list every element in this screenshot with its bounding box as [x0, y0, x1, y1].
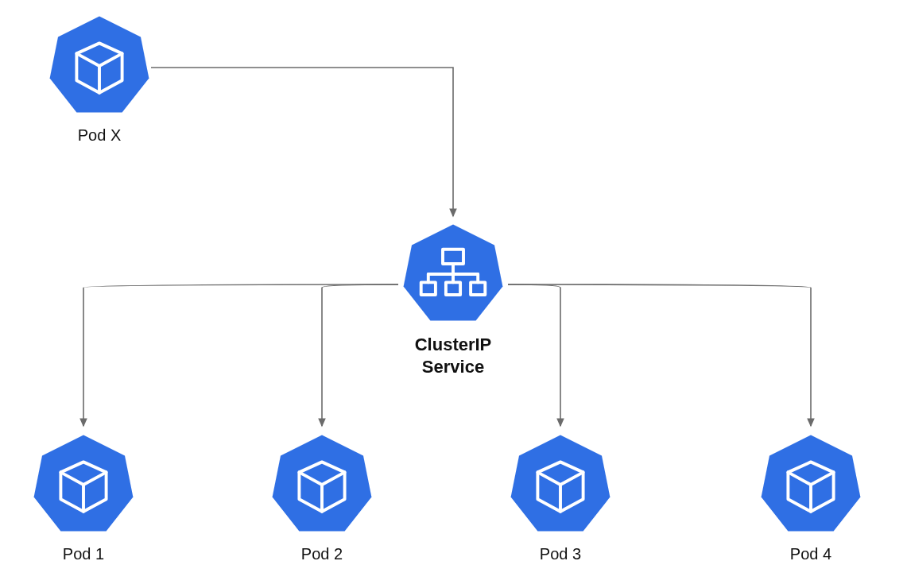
pod-icon [509, 433, 612, 536]
connector-arrow [508, 284, 560, 426]
pod-4-label: Pod 4 [790, 544, 831, 564]
service-label: ClusterIP Service [415, 334, 492, 377]
connector-arrow [322, 284, 398, 426]
node-pod-2: Pod 2 [270, 433, 374, 564]
node-service: ClusterIP Service [401, 222, 505, 377]
node-pod-4: Pod 4 [759, 433, 862, 564]
pod-icon [759, 433, 862, 536]
pod-icon [32, 433, 135, 536]
pod-3-label: Pod 3 [540, 544, 581, 564]
pod-1-label: Pod 1 [63, 544, 104, 564]
connector-arrow [83, 284, 398, 426]
node-pod-1: Pod 1 [32, 433, 135, 564]
connector-arrow [508, 284, 811, 426]
pod-2-label: Pod 2 [301, 544, 343, 564]
connector-arrow [151, 68, 453, 216]
node-pod-x: Pod X [48, 14, 151, 145]
pod-x-label: Pod X [78, 126, 121, 145]
node-pod-3: Pod 3 [509, 433, 612, 564]
pod-icon [270, 433, 374, 536]
pod-icon [48, 14, 151, 118]
service-icon [401, 222, 505, 326]
